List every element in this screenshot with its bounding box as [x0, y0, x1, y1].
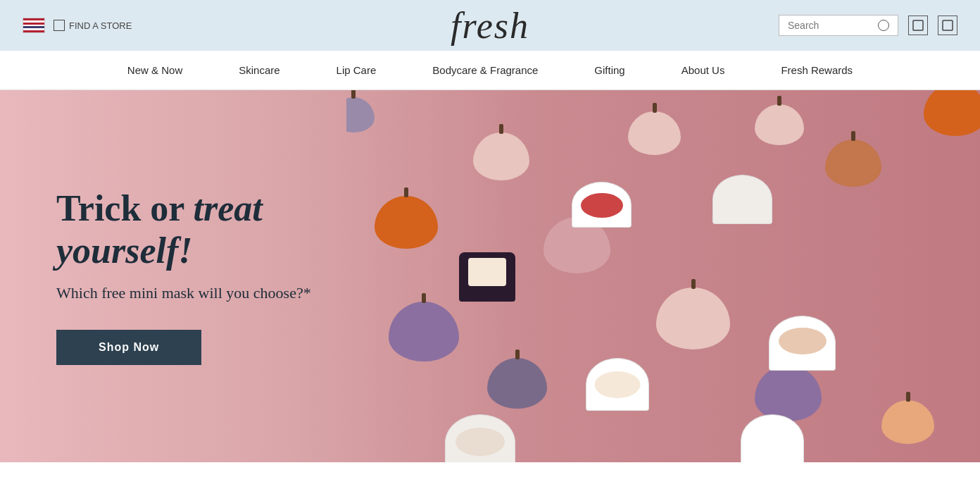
nav-items-list: New & Now Skincare Lip Care Bodycare & F… — [99, 64, 881, 76]
nav-item-gifting[interactable]: Gifting — [566, 64, 653, 76]
top-bar-right — [779, 15, 957, 36]
search-input[interactable] — [788, 20, 872, 31]
hero-section: Trick or treat yourself! Which free mini… — [0, 90, 980, 462]
pumpkin-decoration — [755, 365, 822, 421]
pumpkin-decoration — [656, 288, 730, 350]
search-icon — [878, 20, 889, 31]
find-store-link[interactable]: FIND A STORE — [54, 20, 132, 31]
pumpkin-decoration — [881, 400, 934, 444]
nav-item-lip-care[interactable]: Lip Care — [308, 64, 405, 76]
pumpkin-decoration — [825, 140, 881, 187]
svg-rect-0 — [913, 20, 923, 30]
nav-item-skincare[interactable]: Skincare — [211, 64, 308, 76]
hero-content: Trick or treat yourself! Which free mini… — [0, 187, 352, 365]
find-store-label: FIND A STORE — [69, 20, 132, 31]
jar-decoration — [459, 252, 515, 302]
nav-item-fresh-rewards[interactable]: Fresh Rewards — [753, 64, 881, 76]
top-bar-left: FIND A STORE — [23, 18, 132, 33]
favorites-icon[interactable] — [908, 16, 928, 35]
nav-item-bodycare-fragrance[interactable]: Bodycare & Fragrance — [404, 64, 566, 76]
pumpkin-decoration — [473, 132, 529, 180]
us-flag-icon — [23, 18, 45, 33]
pumpkin-decoration — [755, 104, 804, 145]
jar-decoration — [445, 414, 515, 462]
pumpkin-decoration — [375, 196, 438, 249]
pumpkin-decoration — [389, 302, 459, 362]
cart-icon[interactable] — [938, 16, 957, 35]
pumpkin-decoration — [487, 358, 547, 409]
top-bar: FIND A STORE fresh — [0, 0, 980, 51]
main-nav: New & Now Skincare Lip Care Bodycare & F… — [0, 51, 980, 90]
nav-item-about-us[interactable]: About Us — [653, 64, 753, 76]
jar-decoration — [712, 175, 772, 224]
jar-decoration — [572, 182, 632, 228]
shop-now-button[interactable]: Shop Now — [56, 330, 201, 365]
pumpkin-decoration — [924, 90, 980, 136]
hero-title-regular: Trick or — [56, 188, 194, 228]
site-logo[interactable]: fresh — [451, 5, 529, 47]
store-icon — [54, 20, 65, 31]
jar-decoration — [586, 358, 649, 411]
nav-item-new-now[interactable]: New & Now — [99, 64, 211, 76]
search-box[interactable] — [779, 15, 898, 36]
hero-title: Trick or treat yourself! — [56, 187, 352, 272]
pumpkin-decoration — [346, 97, 375, 132]
jar-decoration — [741, 414, 804, 462]
hero-subtitle: Which free mini mask will you choose?* — [56, 283, 324, 304]
svg-rect-1 — [943, 20, 953, 30]
jar-decoration — [769, 316, 836, 371]
pumpkin-decoration — [628, 111, 681, 155]
hero-decoration — [346, 90, 980, 462]
